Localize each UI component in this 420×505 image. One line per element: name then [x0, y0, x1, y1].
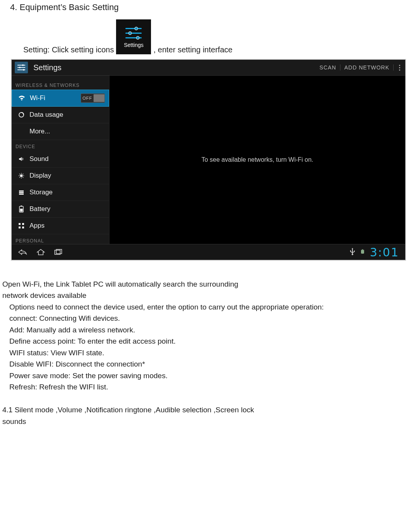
- display-label: Display: [30, 172, 51, 180]
- data-usage-label: Data usage: [30, 111, 63, 119]
- doc-line: Define access point: To enter the edit a…: [2, 336, 420, 347]
- settings-app-icon: Settings: [116, 19, 151, 54]
- svg-point-35: [363, 249, 364, 250]
- svg-rect-23: [19, 192, 24, 193]
- usb-icon: [350, 247, 355, 257]
- android-settings-screenshot: Settings SCAN ADD NETWORK WIRELESS & NET…: [11, 59, 406, 261]
- svg-rect-31: [22, 227, 24, 228]
- system-navbar: 3:01: [12, 244, 405, 260]
- doc-section-4-1: 4.1 Silent mode ,Volume ,Notification ri…: [2, 404, 420, 415]
- recent-apps-button[interactable]: [54, 249, 63, 255]
- svg-rect-27: [20, 209, 23, 212]
- svg-line-21: [23, 174, 24, 175]
- app-header: Settings SCAN ADD NETWORK: [12, 60, 405, 76]
- svg-rect-30: [19, 227, 21, 228]
- sidebar-item-more[interactable]: More...: [12, 123, 109, 140]
- doc-line: Options need to connect the device used,…: [2, 301, 420, 313]
- sidebar-item-sound[interactable]: Sound: [12, 151, 109, 168]
- data-usage-icon: [17, 112, 26, 118]
- sidebar-item-battery[interactable]: Battery: [12, 201, 109, 218]
- svg-rect-29: [22, 223, 24, 225]
- svg-point-3: [135, 27, 138, 30]
- android-debug-icon: [360, 248, 365, 256]
- status-clock: 3:01: [370, 246, 399, 259]
- doc-heading: 4. Equipment’s Basic Setting: [10, 2, 420, 12]
- sound-label: Sound: [30, 155, 49, 163]
- setting-instruction: Setting: Click setting icons Settings , …: [23, 19, 420, 54]
- doc-line: network devices available: [2, 290, 420, 301]
- doc-line: Power save mode: Set the power saving mo…: [2, 370, 420, 381]
- sidebar-item-wifi[interactable]: Wi-Fi OFF: [12, 90, 109, 107]
- section-personal: PERSONAL: [16, 238, 109, 244]
- sidebar-item-storage[interactable]: Storage: [12, 184, 109, 201]
- storage-icon: [17, 189, 26, 195]
- scan-button[interactable]: SCAN: [316, 64, 340, 71]
- svg-point-9: [22, 64, 24, 66]
- svg-rect-22: [19, 190, 24, 192]
- add-network-button[interactable]: ADD NETWORK: [340, 64, 394, 71]
- section-device: DEVICE: [16, 144, 109, 149]
- back-button[interactable]: [18, 249, 27, 256]
- settings-header-icon: [15, 62, 28, 73]
- doc-line: WIFI status: View WIFI state.: [2, 347, 420, 358]
- home-button[interactable]: [36, 249, 45, 256]
- display-icon: [17, 173, 26, 179]
- sidebar-item-display[interactable]: Display: [12, 168, 109, 184]
- app-title: Settings: [33, 63, 61, 72]
- apps-label: Apps: [30, 222, 45, 230]
- wifi-label: Wi-Fi: [30, 94, 45, 102]
- svg-rect-6: [17, 65, 25, 66]
- setting-post-text: , enter setting interface: [153, 45, 232, 54]
- doc-line: connect: Connecting Wifi devices.: [2, 313, 420, 324]
- svg-line-18: [19, 174, 20, 175]
- sidebar-item-apps[interactable]: Apps: [12, 218, 109, 234]
- svg-point-10: [19, 67, 21, 68]
- wifi-icon: [17, 95, 26, 101]
- svg-line-20: [19, 177, 20, 178]
- svg-point-11: [23, 69, 24, 71]
- more-label: More...: [30, 128, 50, 135]
- battery-icon: [17, 206, 26, 213]
- section-wireless: WIRELESS & NETWORKS: [16, 83, 109, 88]
- wifi-toggle-label: OFF: [81, 96, 94, 100]
- wifi-off-message: To see available networks, turn Wi-Fi on…: [201, 156, 313, 163]
- wifi-toggle[interactable]: OFF: [81, 93, 105, 103]
- svg-rect-7: [17, 67, 25, 68]
- doc-line: Open Wi-Fi, the Link Tablet PC will auto…: [2, 278, 420, 290]
- battery-label: Battery: [30, 205, 50, 213]
- doc-line: Refresh: Refresh the WIFI list.: [2, 381, 420, 393]
- storage-label: Storage: [30, 189, 53, 196]
- svg-rect-1: [125, 33, 142, 34]
- svg-rect-0: [125, 28, 142, 29]
- svg-rect-28: [19, 223, 21, 225]
- settings-badge-label: Settings: [124, 42, 144, 48]
- settings-sidebar: WIRELESS & NETWORKS Wi-Fi OFF Data: [12, 76, 109, 244]
- apps-icon: [17, 223, 26, 229]
- svg-point-4: [128, 32, 132, 35]
- doc-line: Disable WIFI: Disconnect the connection*: [2, 358, 420, 370]
- main-content: To see available networks, turn Wi-Fi on…: [109, 76, 405, 244]
- svg-point-34: [361, 249, 362, 250]
- sidebar-item-data-usage[interactable]: Data usage: [12, 107, 109, 123]
- setting-pre-text: Setting: Click setting icons: [23, 45, 114, 54]
- svg-line-19: [23, 177, 24, 178]
- doc-line: Add: Manually add a wireless network.: [2, 324, 420, 336]
- overflow-menu-icon[interactable]: [394, 63, 405, 72]
- svg-rect-24: [19, 194, 24, 195]
- doc-body: Open Wi-Fi, the Link Tablet PC will auto…: [2, 278, 420, 427]
- svg-point-5: [136, 36, 139, 40]
- sound-icon: [17, 156, 26, 162]
- doc-section-4-1b: sounds: [2, 416, 420, 427]
- svg-point-13: [20, 175, 23, 177]
